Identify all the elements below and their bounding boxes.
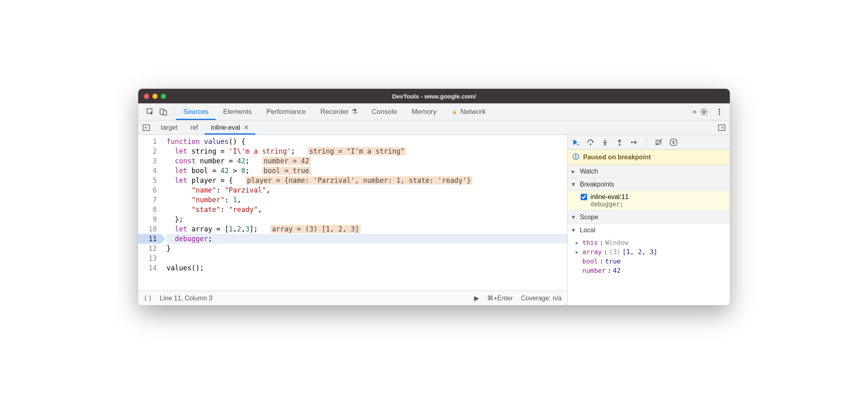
- panel-tab-performance[interactable]: Performance: [259, 104, 313, 120]
- window-title: DevTools - www.google.com/: [392, 93, 476, 100]
- caret-down-icon: ▾: [572, 213, 576, 221]
- panel-tab-console[interactable]: Console: [365, 104, 404, 120]
- navigator-toggle-icon[interactable]: [142, 124, 150, 132]
- scope-var-this[interactable]: ▸this: Window: [575, 238, 730, 247]
- inline-value-hint: array = (3) [1, 2, 3]: [270, 225, 361, 233]
- main-area: 1234567891011121314 function values() { …: [138, 135, 730, 305]
- file-tab-target[interactable]: target: [154, 120, 184, 135]
- run-hint: ⌘+Enter: [487, 294, 513, 302]
- breakpoint-label: inline-eval:11: [590, 193, 629, 201]
- scope-variables: ▸this: Window▸array: (3) [1, 2, 3]bool: …: [568, 236, 730, 277]
- watch-section-header[interactable]: ▸ Watch: [568, 165, 730, 178]
- inline-value-hint: string = "I'm a string": [308, 147, 406, 155]
- panel-tab-network[interactable]: ▲ Network: [444, 104, 493, 120]
- panel-tabs: SourcesElementsPerformanceRecorder ⚗Cons…: [176, 103, 693, 120]
- step-over-icon[interactable]: [586, 138, 594, 146]
- info-icon: ⓘ: [573, 153, 579, 161]
- coverage-status: Coverage: n/a: [521, 295, 562, 302]
- caret-right-icon: ▸: [572, 167, 576, 175]
- more-tabs-button[interactable]: »: [693, 107, 697, 116]
- flask-icon: ⚗: [351, 107, 357, 116]
- inline-value-hint: number = 42: [262, 157, 311, 165]
- file-tab-ref[interactable]: ref: [184, 120, 205, 135]
- resume-icon[interactable]: [572, 138, 580, 146]
- breakpoints-section-header[interactable]: ▾ Breakpoints: [568, 178, 730, 191]
- traffic-lights: [144, 94, 166, 99]
- scope-var-bool[interactable]: bool: true: [575, 257, 730, 266]
- pause-exceptions-icon[interactable]: [669, 138, 678, 146]
- step-out-icon[interactable]: [616, 138, 624, 146]
- editor-pane: 1234567891011121314 function values() { …: [138, 135, 568, 305]
- svg-rect-2: [163, 111, 167, 115]
- zoom-window-button[interactable]: [161, 94, 166, 99]
- debugger-pane: ⓘ Paused on breakpoint ▸ Watch ▾ Breakpo…: [568, 135, 730, 305]
- panel-tab-sources[interactable]: Sources: [176, 104, 216, 120]
- line-gutter[interactable]: 1234567891011121314: [138, 135, 161, 291]
- svg-point-3: [703, 111, 705, 113]
- debugger-toggle-icon[interactable]: [718, 124, 726, 132]
- close-window-button[interactable]: [144, 94, 149, 99]
- svg-point-11: [619, 144, 620, 146]
- svg-point-6: [718, 113, 720, 115]
- svg-point-9: [590, 143, 591, 145]
- caret-down-icon: ▾: [572, 226, 576, 234]
- inspect-element-icon[interactable]: [146, 108, 154, 116]
- scope-local-header[interactable]: ▾ Local: [568, 224, 730, 236]
- inline-value-hint: bool = true: [262, 167, 311, 175]
- breakpoint-item[interactable]: inline-eval:11 debugger;: [568, 191, 730, 211]
- pretty-print-icon[interactable]: { }: [144, 295, 152, 302]
- code-content[interactable]: function values() { let string = 'I\'m a…: [161, 135, 567, 291]
- breakpoint-checkbox[interactable]: [581, 194, 587, 200]
- sources-subbar: targetrefinline-eval ✕: [138, 120, 730, 135]
- kebab-menu-icon[interactable]: [715, 108, 723, 116]
- close-tab-icon[interactable]: ✕: [244, 124, 249, 131]
- svg-point-12: [631, 141, 633, 143]
- scope-var-number[interactable]: number: 42: [575, 266, 730, 275]
- file-tabs: targetrefinline-eval ✕: [154, 120, 718, 135]
- titlebar: DevTools - www.google.com/: [138, 89, 730, 103]
- step-icon[interactable]: [630, 138, 638, 146]
- svg-rect-14: [674, 141, 675, 144]
- pause-banner: ⓘ Paused on breakpoint: [568, 150, 730, 165]
- svg-point-5: [718, 111, 720, 113]
- svg-point-4: [718, 109, 720, 110]
- inline-value-hint: player = {name: 'Parzival', number: 1, s…: [246, 176, 473, 184]
- editor-statusbar: { } Line 11, Column 3 ▶ ⌘+Enter Coverage…: [138, 291, 567, 305]
- debug-toolbar: [568, 135, 730, 150]
- scope-section-header[interactable]: ▾ Scope: [568, 211, 730, 224]
- scope-var-array[interactable]: ▸array: (3) [1, 2, 3]: [575, 247, 730, 257]
- caret-down-icon: ▾: [572, 180, 576, 188]
- device-toolbar-icon[interactable]: [159, 108, 167, 116]
- devtools-window: DevTools - www.google.com/ SourcesElemen…: [138, 89, 730, 305]
- code-editor[interactable]: 1234567891011121314 function values() { …: [138, 135, 567, 291]
- warning-icon: ▲: [451, 108, 458, 116]
- pause-reason: Paused on breakpoint: [583, 154, 651, 161]
- cursor-position: Line 11, Column 3: [160, 295, 212, 302]
- svg-point-10: [604, 144, 606, 146]
- svg-rect-13: [673, 141, 673, 144]
- panel-tab-elements[interactable]: Elements: [216, 104, 259, 120]
- breakpoint-line-text: debugger;: [581, 201, 726, 208]
- run-snippet-icon[interactable]: ▶: [474, 294, 479, 302]
- panel-tab-recorder[interactable]: Recorder ⚗: [313, 103, 365, 120]
- panel-tab-memory[interactable]: Memory: [404, 104, 444, 120]
- minimize-window-button[interactable]: [152, 94, 158, 99]
- deactivate-breakpoints-icon[interactable]: [655, 138, 663, 146]
- file-tab-inline-eval[interactable]: inline-eval ✕: [205, 120, 255, 135]
- settings-icon[interactable]: [700, 108, 708, 116]
- main-toolbar: SourcesElementsPerformanceRecorder ⚗Cons…: [138, 103, 730, 120]
- step-into-icon[interactable]: [601, 138, 609, 146]
